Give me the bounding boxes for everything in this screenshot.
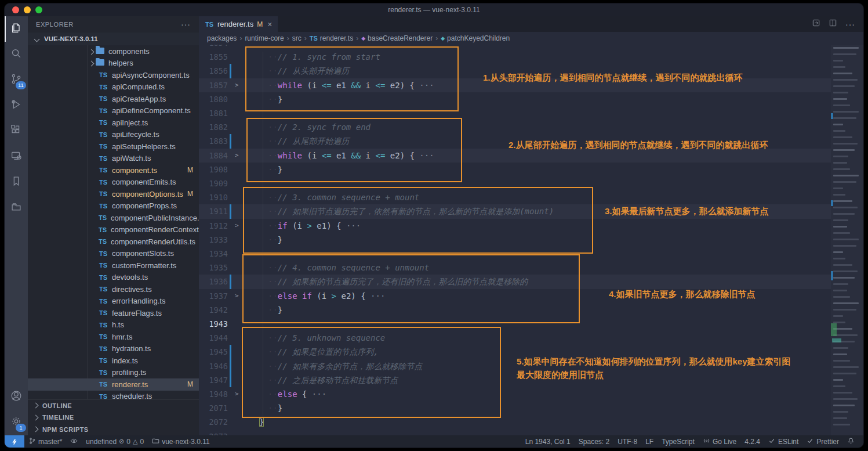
breadcrumb-baseCreateRenderer[interactable]: ◆baseCreateRenderer xyxy=(361,34,433,42)
code-line-1857[interactable]: 1857>··while (i <= e1 && i <= e2) { ··· xyxy=(199,78,831,92)
code-line-1911[interactable]: 1911··// 如果旧节点遍历完了，依然有新的节点，那么新的节点就是添加(mo… xyxy=(199,204,831,218)
line-number[interactable]: 1944 xyxy=(199,331,228,345)
activity-item-bookmarks[interactable] xyxy=(5,169,28,195)
file-item-hmr.ts[interactable]: TShmr.ts xyxy=(28,331,199,343)
file-item-componentSlots.ts[interactable]: TScomponentSlots.ts xyxy=(28,248,199,260)
file-item-componentProps.ts[interactable]: TScomponentProps.ts xyxy=(28,200,199,212)
file-item-apiComputed.ts[interactable]: TSapiComputed.ts xyxy=(28,81,199,93)
status-version[interactable]: 4.2.4 xyxy=(740,435,764,448)
code-line-1884[interactable]: 1884>··while (i <= e1 && i <= e2) { ··· xyxy=(199,149,831,163)
file-item-renderer.ts[interactable]: TSrenderer.tsM xyxy=(28,378,199,391)
line-number[interactable]: 1883 xyxy=(199,134,228,148)
file-item-h.ts[interactable]: TSh.ts xyxy=(28,319,199,331)
file-item-hydration.ts[interactable]: TShydration.ts xyxy=(28,343,199,355)
fold-chevron-icon[interactable]: > xyxy=(235,387,239,401)
breadcrumb-renderer-ts[interactable]: TSrenderer.ts xyxy=(310,34,353,42)
code-line-1942[interactable]: 1942··} xyxy=(199,303,831,317)
file-item-componentOptions.ts[interactable]: TScomponentOptions.tsM xyxy=(28,188,199,200)
file-item-scheduler.ts[interactable]: TSscheduler.ts xyxy=(28,391,199,399)
status-notifications[interactable] xyxy=(843,435,859,448)
file-item-apiAsyncComponent.ts[interactable]: TSapiAsyncComponent.ts xyxy=(28,69,199,81)
line-number[interactable]: 1854 xyxy=(199,45,228,50)
code-line-1880[interactable]: 1880··} xyxy=(199,92,831,106)
status-live-preview[interactable] xyxy=(66,435,82,448)
file-item-apiDefineComponent.ts[interactable]: TSapiDefineComponent.ts xyxy=(28,105,199,117)
status-go-live[interactable]: Go Live xyxy=(699,435,740,448)
line-number[interactable]: 1936 xyxy=(199,275,228,288)
line-number[interactable]: 1912 xyxy=(199,219,228,233)
file-item-apiInject.ts[interactable]: TSapiInject.ts xyxy=(28,117,199,129)
code-line-1946[interactable]: 1946··// 如果有多余的节点，那么就移除节点 xyxy=(199,359,831,373)
code-line-1883[interactable]: 1883··// 从尾部开始遍历 xyxy=(199,134,831,148)
minimap[interactable] xyxy=(831,45,863,435)
line-number[interactable]: 1933 xyxy=(199,233,228,247)
line-number[interactable]: 2073 xyxy=(199,430,228,435)
code-line-1936[interactable]: 1936··// 如果新的节点遍历完了，还有旧的节点，那么旧的节点就是移除的 xyxy=(199,275,831,288)
line-number[interactable]: 1934 xyxy=(199,247,228,261)
code-line-1910[interactable]: 1910··// 3. common sequence + mount xyxy=(199,190,831,204)
code-line-1854[interactable]: 1854 xyxy=(199,45,831,50)
activity-item-extensions[interactable] xyxy=(5,118,28,144)
line-number[interactable]: 1911 xyxy=(199,204,228,218)
fold-chevron-icon[interactable]: > xyxy=(235,289,239,303)
code-line-1909[interactable]: 1909 xyxy=(199,176,831,190)
status-eol[interactable]: LF xyxy=(641,435,658,448)
activity-item-settings[interactable]: 1 xyxy=(5,410,28,435)
file-item-customFormatter.ts[interactable]: TScustomFormatter.ts xyxy=(28,259,199,272)
status-eslint[interactable]: ESLint xyxy=(764,435,802,448)
line-number[interactable]: 1882 xyxy=(199,120,228,134)
file-item-devtools.ts[interactable]: TSdevtools.ts xyxy=(28,272,199,284)
line-number[interactable]: 1880 xyxy=(199,92,228,106)
code-line-2072[interactable]: 2072} xyxy=(199,415,831,429)
remote-indicator[interactable] xyxy=(5,435,24,448)
activity-item-search[interactable] xyxy=(5,42,28,67)
file-item-componentPublicInstance.ts[interactable]: TScomponentPublicInstance.ts xyxy=(28,212,199,224)
status-problems[interactable]: undefined⊘0△0 xyxy=(82,435,148,448)
activity-item-account[interactable] xyxy=(5,384,28,410)
code-line-1945[interactable]: 1945··// 如果是位置的节点序列, xyxy=(199,345,831,359)
file-item-directives.ts[interactable]: TSdirectives.ts xyxy=(28,283,199,295)
line-number[interactable]: 1857 xyxy=(199,78,228,92)
code-line-1943[interactable]: 1943 xyxy=(199,317,831,331)
activity-item-project-manager[interactable] xyxy=(5,195,28,221)
breadcrumb-packages[interactable]: packages xyxy=(207,34,237,42)
status-language-mode[interactable]: TypeScript xyxy=(658,435,699,448)
file-item-componentRenderUtils.ts[interactable]: TScomponentRenderUtils.ts xyxy=(28,236,199,248)
line-number[interactable]: 1856 xyxy=(199,64,228,78)
workspace-root-row[interactable]: VUE-NEXT-3.0.11 xyxy=(28,33,199,45)
code-line-1947[interactable]: 1947··// 之后是移动节点和挂载新节点 xyxy=(199,373,831,387)
line-number[interactable]: 1943 xyxy=(199,317,228,331)
breadcrumb-runtime-core[interactable]: runtime-core xyxy=(245,34,284,42)
activity-item-source-control[interactable]: 11 xyxy=(5,67,28,93)
fold-chevron-icon[interactable]: > xyxy=(235,78,239,92)
sidebar-section-outline[interactable]: OUTLINE xyxy=(28,400,199,412)
file-item-apiSetupHelpers.ts[interactable]: TSapiSetupHelpers.ts xyxy=(28,140,199,153)
code-line-1882[interactable]: 1882··// 2. sync from end xyxy=(199,120,831,134)
file-item-featureFlags.ts[interactable]: TSfeatureFlags.ts xyxy=(28,307,199,319)
status-indentation[interactable]: Spaces: 2 xyxy=(575,435,613,448)
line-number[interactable]: 1910 xyxy=(199,190,228,204)
activity-item-explorer[interactable] xyxy=(5,16,28,42)
code-line-1944[interactable]: 1944··// 5. unknown sequence xyxy=(199,331,831,345)
sidebar-section-timeline[interactable]: TIMELINE xyxy=(28,412,199,424)
code-line-2071[interactable]: 2071··} xyxy=(199,401,831,415)
code-line-1935[interactable]: 1935··// 4. common sequence + unmount xyxy=(199,261,831,275)
breadcrumb-patchKeyedChildren[interactable]: ◆patchKeyedChildren xyxy=(441,34,510,42)
line-number[interactable]: 2071 xyxy=(199,401,228,415)
file-item-apiCreateApp.ts[interactable]: TSapiCreateApp.ts xyxy=(28,93,199,105)
status-cursor-position[interactable]: Ln 1943, Col 1 xyxy=(521,435,575,448)
breadcrumb-src[interactable]: src xyxy=(292,34,302,42)
status-workspace[interactable]: vue-next-3.0.11 xyxy=(148,435,214,448)
file-item-componentEmits.ts[interactable]: TScomponentEmits.ts xyxy=(28,176,199,189)
open-changes-icon[interactable] xyxy=(812,19,820,30)
line-number[interactable]: 1935 xyxy=(199,261,228,275)
line-number[interactable]: 1945 xyxy=(199,345,228,359)
line-number[interactable]: 2072 xyxy=(199,415,228,429)
line-number[interactable]: 1942 xyxy=(199,303,228,317)
folder-item-components[interactable]: components xyxy=(28,45,199,57)
line-number[interactable]: 1884 xyxy=(199,149,228,163)
fold-chevron-icon[interactable]: > xyxy=(235,219,239,233)
editor-more-actions-icon[interactable]: ··· xyxy=(845,20,855,29)
activity-item-run-debug[interactable] xyxy=(5,93,28,118)
code-line-1934[interactable]: 1934 xyxy=(199,247,831,261)
